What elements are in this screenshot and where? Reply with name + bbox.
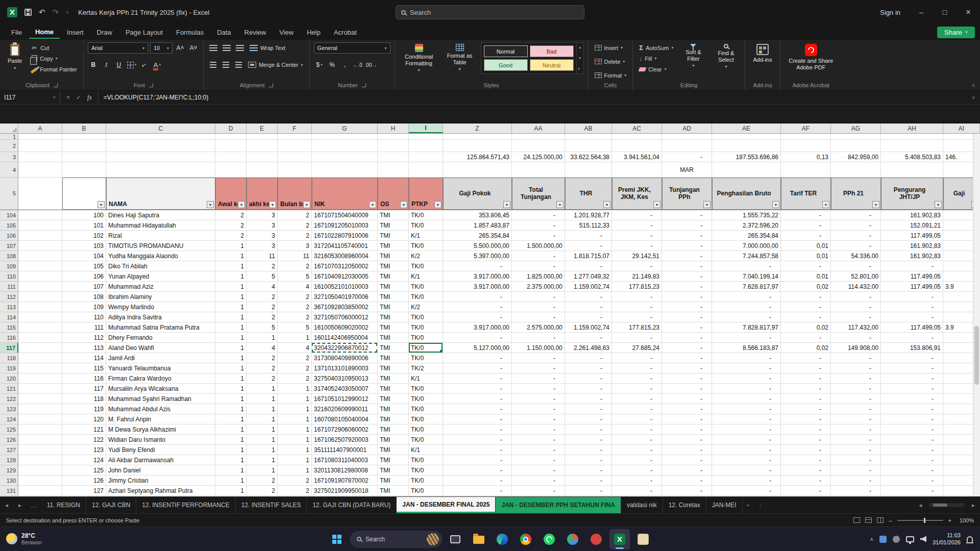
cell-AF-3[interactable]: 0,13 bbox=[781, 152, 831, 162]
cell-G-120[interactable]: 3275040310950013 bbox=[312, 373, 378, 384]
cell-AD-110[interactable]: - bbox=[662, 271, 712, 282]
cell-AC-131[interactable]: - bbox=[612, 486, 662, 496]
cell-D-130[interactable]: 1 bbox=[215, 475, 247, 486]
filter-icon[interactable]: ▼ bbox=[207, 201, 214, 208]
cell-AG-115[interactable]: 117.432,00 bbox=[831, 322, 881, 333]
cell-AH-125[interactable]: - bbox=[881, 424, 943, 435]
cell-E-3[interactable] bbox=[247, 152, 278, 162]
cell-A-121[interactable] bbox=[18, 384, 62, 394]
cell-Z-128[interactable]: - bbox=[443, 455, 512, 465]
qat-customize-icon[interactable]: ˅ bbox=[66, 10, 69, 15]
cell-E-115[interactable]: 5 bbox=[247, 322, 278, 333]
cell-AB-127[interactable]: - bbox=[565, 445, 612, 455]
cell-AD-129[interactable]: - bbox=[662, 465, 712, 475]
cell-AH-110[interactable]: 117.499,05 bbox=[881, 271, 943, 282]
gallery-scroll[interactable]: ▲ ▼ ▾ bbox=[577, 42, 584, 74]
cell-AD-114[interactable]: - bbox=[662, 312, 712, 322]
cell-AF-130[interactable]: - bbox=[781, 475, 831, 486]
cell-AA-127[interactable]: - bbox=[512, 445, 565, 455]
cell-C-125[interactable]: M Dewa Surya Alkhazimi bbox=[106, 424, 215, 435]
cell-Z-2[interactable] bbox=[443, 140, 512, 152]
cell-AH-105[interactable]: 152.091,21 bbox=[881, 220, 943, 231]
cell-G-118[interactable]: 3173080409890006 bbox=[312, 353, 378, 363]
cell-C-114[interactable]: Aditya Indra Savitra bbox=[106, 312, 215, 322]
cell-D-117[interactable]: 1 bbox=[215, 343, 247, 353]
cell-AA-126[interactable]: - bbox=[512, 435, 565, 445]
cell-H-127[interactable]: TMI bbox=[378, 445, 409, 455]
row-header-109[interactable]: 109 bbox=[0, 261, 18, 271]
sheet-tab-jan-mei[interactable]: JAN-MEI bbox=[706, 497, 743, 513]
filter-icon[interactable]: ▼ bbox=[369, 201, 376, 208]
borders-button[interactable]: ▾ bbox=[126, 59, 137, 70]
format-cells-button[interactable]: Format▾ bbox=[593, 70, 629, 81]
cell-F-113[interactable]: 2 bbox=[278, 302, 312, 312]
cell-Z-111[interactable]: 3.917.000,00 bbox=[443, 282, 512, 292]
cell-C-122[interactable]: Muhammad Syahri Ramadhan bbox=[106, 394, 215, 404]
cell-D-126[interactable]: 1 bbox=[215, 435, 247, 445]
cell-C-131[interactable]: Azhari Septyang Rahmat Putra bbox=[106, 486, 215, 496]
cell-A-106[interactable] bbox=[18, 231, 62, 241]
cell-Z-119[interactable]: - bbox=[443, 363, 512, 373]
formula-input[interactable]: =VLOOKUP(C117;'JAN-MEI'!C:L;10;0) bbox=[99, 91, 967, 104]
format-painter-button[interactable]: Format Painter bbox=[29, 64, 79, 74]
cell-AF-131[interactable]: - bbox=[781, 486, 831, 496]
insert-cells-button[interactable]: Insert▾ bbox=[593, 42, 625, 53]
cell-AG-105[interactable]: - bbox=[831, 220, 881, 231]
cell-AG-3[interactable]: 842.959,00 bbox=[831, 152, 881, 162]
cell-AC-2[interactable] bbox=[612, 140, 662, 152]
header-cell-AD[interactable]: Tunjangan PPh▼ bbox=[662, 178, 712, 210]
header-cell-D[interactable]: Awal kerj▼ bbox=[215, 178, 247, 210]
row-header-114[interactable]: 114 bbox=[0, 312, 18, 322]
align-left-button[interactable] bbox=[208, 59, 219, 70]
cell-D-3[interactable] bbox=[215, 152, 247, 162]
cell-B-126[interactable]: 122 bbox=[62, 435, 106, 445]
cell-AH-3[interactable]: 5.408.503,83 bbox=[881, 152, 943, 162]
cell-H-130[interactable]: TMI bbox=[378, 475, 409, 486]
row-header-1[interactable]: 1 bbox=[0, 134, 18, 140]
column-header-AG[interactable]: AG bbox=[831, 123, 881, 133]
cell-F-116[interactable]: 1 bbox=[278, 333, 312, 343]
cell-D-110[interactable]: 1 bbox=[215, 271, 247, 282]
cell-A-115[interactable] bbox=[18, 322, 62, 333]
cell-D-127[interactable]: 1 bbox=[215, 445, 247, 455]
cell-AE-128[interactable]: - bbox=[712, 455, 781, 465]
column-header-G[interactable]: G bbox=[312, 123, 378, 133]
header-cell-B[interactable]: 1▼ bbox=[62, 178, 106, 210]
cell-H-117[interactable]: TMI bbox=[378, 343, 409, 353]
excel-logo-icon[interactable] bbox=[7, 7, 17, 17]
cell-C-129[interactable]: John Daniel bbox=[106, 465, 215, 475]
cell-AC-124[interactable]: - bbox=[612, 414, 662, 424]
cell-I-115[interactable]: TK/0 bbox=[409, 322, 443, 333]
cell-AB-111[interactable]: 1.159.002,74 bbox=[565, 282, 612, 292]
column-header-AB[interactable]: AB bbox=[565, 123, 612, 133]
filter-icon[interactable]: ▼ bbox=[238, 201, 245, 208]
cell-B-104[interactable]: 100 bbox=[62, 210, 106, 220]
cell-AG-1[interactable] bbox=[831, 134, 881, 140]
cell-A-130[interactable] bbox=[18, 475, 62, 486]
cell-D-116[interactable]: 1 bbox=[215, 333, 247, 343]
cell-E-128[interactable]: 1 bbox=[247, 455, 278, 465]
cell-AH-118[interactable]: - bbox=[881, 353, 943, 363]
italic-button[interactable]: I bbox=[101, 59, 112, 70]
cell-C-106[interactable]: Rizal bbox=[106, 231, 215, 241]
cell-H-105[interactable]: TMI bbox=[378, 220, 409, 231]
cell-B-127[interactable]: 123 bbox=[62, 445, 106, 455]
save-icon[interactable] bbox=[24, 9, 32, 16]
column-header-F[interactable]: F bbox=[278, 123, 312, 133]
header-cell-F[interactable]: Bulan be▼ bbox=[278, 178, 312, 210]
cell-C-130[interactable]: Jimmy Cristian bbox=[106, 475, 215, 486]
merge-center-button[interactable]: Merge & Center▾ bbox=[246, 60, 305, 70]
cell-F-118[interactable]: 2 bbox=[278, 353, 312, 363]
cell-AE-126[interactable]: - bbox=[712, 435, 781, 445]
cell-AD-1[interactable] bbox=[662, 134, 712, 140]
minimize-button[interactable]: – bbox=[910, 0, 933, 24]
header-cell-AA[interactable]: Total Tunjangan▼ bbox=[512, 178, 565, 210]
filter-icon[interactable]: ▼ bbox=[822, 201, 829, 208]
cell-D-114[interactable]: 1 bbox=[215, 312, 247, 322]
cell-AA-125[interactable]: - bbox=[512, 424, 565, 435]
cell-G-111[interactable]: 1610052101010003 bbox=[312, 282, 378, 292]
cell-AA-105[interactable]: - bbox=[512, 220, 565, 231]
cell-AF-2[interactable] bbox=[781, 140, 831, 152]
cell-AG-110[interactable]: 52.801,00 bbox=[831, 271, 881, 282]
cell-F-109[interactable]: 2 bbox=[278, 261, 312, 271]
